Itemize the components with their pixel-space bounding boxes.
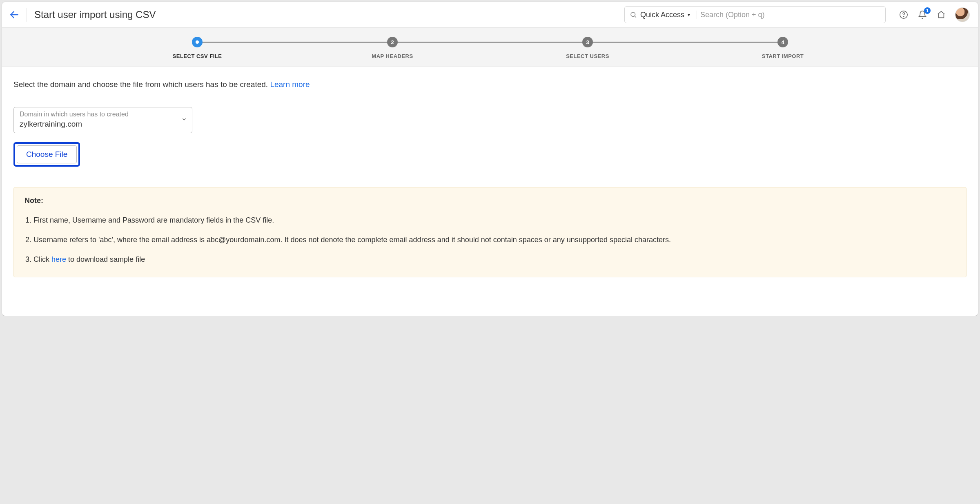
app-window: Start user import using CSV Quick Access… [2,2,978,316]
note-item: First name, Username and Password are ma… [33,215,956,226]
domain-select[interactable]: Domain in which users has to created zyl… [13,107,192,133]
search-box[interactable]: Quick Access ▼ [624,6,886,23]
choose-file-button[interactable]: Choose File [17,145,77,163]
arrow-left-icon [9,9,20,20]
note-item: Click here to download sample file [33,254,956,265]
page-title: Start user import using CSV [34,9,156,20]
domain-select-label: Domain in which users has to created [20,111,176,118]
quick-access-label: Quick Access [640,11,684,19]
domain-select-value: zylkertraining.com [20,120,176,129]
note-text: to download sample file [66,255,145,263]
back-button[interactable] [8,8,21,21]
step-circle [192,37,203,47]
step-map-headers[interactable]: 2 MAP HEADERS [295,37,490,59]
caret-down-icon: ▼ [687,13,691,17]
search-icon [630,11,637,18]
step-label: START IMPORT [685,53,880,59]
note-box: Note: First name, Username and Password … [13,187,967,277]
learn-more-link[interactable]: Learn more [270,80,310,89]
content-area: Select the domain and choose the file fr… [2,67,978,290]
stepper: SELECT CSV FILE 2 MAP HEADERS 3 SELECT U… [2,28,978,67]
help-button[interactable] [899,10,909,20]
notification-badge: 1 [924,7,931,14]
step-start-import[interactable]: 4 START IMPORT [685,37,880,59]
choose-file-highlight: Choose File [13,142,80,167]
step-circle: 4 [777,37,788,47]
download-sample-link[interactable]: here [51,255,66,263]
header-icons: 1 [899,7,970,22]
avatar[interactable] [955,7,970,22]
step-select-csv[interactable]: SELECT CSV FILE [100,37,295,59]
step-label: SELECT CSV FILE [100,53,295,59]
notifications-button[interactable]: 1 [918,10,927,20]
help-icon [899,10,908,19]
step-label: SELECT USERS [490,53,685,59]
step-circle: 3 [582,37,593,47]
note-heading: Note: [24,196,956,205]
note-text: Click [33,255,51,263]
instruction-text: Select the domain and choose the file fr… [13,80,967,89]
note-list: First name, Username and Password are ma… [24,215,956,265]
search-input[interactable] [700,11,880,19]
chevron-down-icon [181,116,187,124]
svg-line-2 [635,16,636,17]
note-item: Username refers to 'abc', where the emai… [33,234,956,246]
svg-point-1 [631,12,635,17]
stepper-line [197,42,783,43]
quick-access-dropdown[interactable]: Quick Access ▼ [640,11,697,19]
step-label: MAP HEADERS [295,53,490,59]
svg-point-4 [903,16,904,17]
instruction-pre: Select the domain and choose the file fr… [13,80,270,89]
divider [27,8,27,22]
home-button[interactable] [936,10,946,20]
step-select-users[interactable]: 3 SELECT USERS [490,37,685,59]
header-bar: Start user import using CSV Quick Access… [2,2,978,28]
home-icon [937,10,946,19]
step-circle: 2 [387,37,398,47]
